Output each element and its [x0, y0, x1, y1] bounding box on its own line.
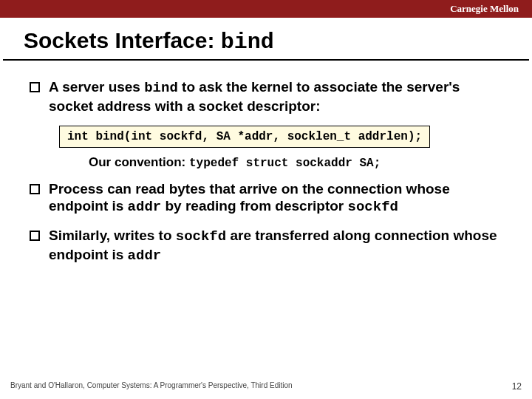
- bullet-text: Similarly, writes to sockfd are transfer…: [49, 227, 502, 265]
- bullet-item: Similarly, writes to sockfd are transfer…: [30, 227, 502, 265]
- page-number: 12: [512, 381, 522, 392]
- bullet-text: A server uses bind to ask the kernel to …: [49, 78, 502, 115]
- bullet-icon: [30, 231, 40, 241]
- slide-title: Sockets Interface: bind: [3, 18, 529, 61]
- convention-line: Our convention: typedef struct sockaddr …: [89, 155, 502, 170]
- bullet-item: A server uses bind to ask the kernel to …: [30, 78, 502, 115]
- slide-footer: Bryant and O'Hallaron, Computer Systems:…: [10, 381, 522, 392]
- code-box: int bind(int sockfd, SA *addr, socklen_t…: [59, 126, 430, 148]
- header-bar: Carnegie Mellon: [0, 0, 532, 18]
- bullet-item: Process can read bytes that arrive on th…: [30, 180, 502, 217]
- title-code: bind: [221, 30, 274, 55]
- bullet-icon: [30, 82, 40, 92]
- slide-content: A server uses bind to ask the kernel to …: [0, 61, 532, 265]
- footer-credit: Bryant and O'Hallaron, Computer Systems:…: [10, 381, 293, 392]
- convention-label: Our convention:: [89, 155, 189, 169]
- org-name: Carnegie Mellon: [450, 3, 519, 14]
- bullet-text: Process can read bytes that arrive on th…: [49, 180, 502, 217]
- bullet-icon: [30, 184, 40, 194]
- title-text: Sockets Interface:: [24, 28, 221, 52]
- convention-code: typedef struct sockaddr SA;: [189, 157, 381, 170]
